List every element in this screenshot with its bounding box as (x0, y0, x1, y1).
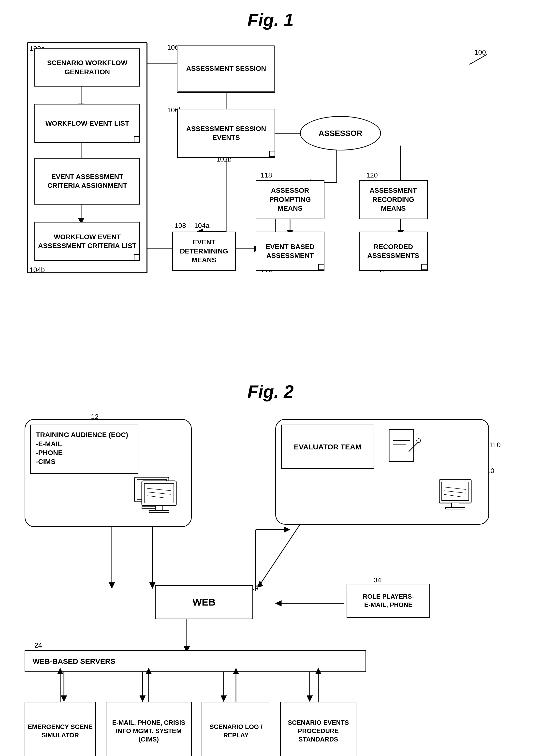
ref2-24: 24 (34, 641, 42, 649)
box-scenario-events: SCENARIO EVENTS PROCEDURE STANDARDS (280, 702, 356, 756)
svg-marker-49 (307, 695, 313, 702)
eval-computer-svg (432, 477, 481, 516)
computer-svg (132, 477, 181, 516)
svg-marker-37 (258, 581, 263, 587)
evaluator-computer-icon (432, 477, 481, 516)
svg-rect-78 (445, 507, 465, 509)
ref2-110: 110 (489, 441, 501, 449)
box-email-phone: E-MAIL, PHONE, CRISIS INFO MGMT. SYSTEM … (106, 702, 192, 756)
svg-rect-77 (451, 503, 459, 507)
fig1-title: Fig. 1 (247, 10, 293, 30)
box-scenario-log: SCENARIO LOG / REPLAY (202, 702, 270, 756)
ref-108: 108 (175, 222, 186, 230)
box-emergency-scene: EMERGENCY SCENE SIMULATOR (25, 702, 96, 756)
evaluator-writing-icon (382, 424, 426, 469)
box-evaluator-team: EVALUATOR TEAM (281, 424, 374, 469)
box-web-based-servers: WEB-BASED SERVERS (25, 650, 366, 672)
box-event-based-assessment: EVENT BASED ASSESSMENT (256, 232, 324, 271)
group-evaluator-team: EVALUATOR TEAM (275, 419, 489, 525)
box-assessor-prompting: ASSESSOR PROMPTING MEANS (256, 180, 324, 219)
svg-marker-45 (140, 695, 146, 702)
svg-marker-35 (150, 582, 155, 588)
ref-100: 100 (474, 48, 486, 56)
fig2-diagram: 12 12a 12b 14 20 10 110 24 26 28 30 32 3… (15, 406, 531, 756)
svg-rect-65 (149, 510, 169, 512)
fig2-title: Fig. 2 (247, 382, 293, 401)
fig1-diagram: 102a 100 106a 106b 110 108 116 122 102b … (15, 35, 531, 374)
box-role-players: ROLE PLAYERS- E-MAIL, PHONE (346, 584, 430, 618)
ref-104a: 104a (194, 222, 210, 230)
oval-assessor: ASSESSOR (300, 116, 381, 151)
box-assessment-session: ASSESSMENT SESSION (177, 45, 275, 93)
svg-marker-39 (275, 600, 281, 606)
box-assessment-session-events: ASSESSMENT SESSION EVENTS (177, 109, 275, 158)
box-web: WEB (155, 585, 253, 619)
box-assessment-recording: ASSESSMENT RECORDING MEANS (359, 180, 428, 219)
training-audience-computer-icon (130, 475, 184, 519)
box-event-determining: EVENT DETERMINING MEANS (172, 232, 236, 271)
svg-rect-66 (389, 429, 414, 461)
svg-marker-47 (221, 695, 227, 702)
box-workflow-event-assessment: WORKFLOW EVENT ASSESSMENT CRITERIA LIST (34, 222, 140, 261)
box-training-audience: TRAINING AUDIENCE (EOC) -E-MAIL -PHONE -… (30, 424, 138, 474)
ref-118: 118 (261, 171, 272, 179)
svg-marker-43 (61, 695, 67, 702)
box-event-assessment: EVENT ASSESSMENT CRITERIA ASSIGNMENT (34, 158, 140, 205)
group-training-audience: TRAINING AUDIENCE (EOC) -E-MAIL -PHONE -… (25, 419, 192, 527)
training-audience-title: TRAINING AUDIENCE (EOC) -E-MAIL -PHONE -… (36, 430, 128, 466)
box-workflow-event-list: WORKFLOW EVENT LIST (34, 104, 140, 143)
ref2-34: 34 (374, 576, 381, 584)
svg-marker-52 (284, 527, 290, 532)
writing-svg (384, 427, 423, 466)
box-recorded-assessments: RECORDED ASSESSMENTS (359, 232, 428, 271)
svg-marker-33 (109, 582, 115, 588)
svg-rect-72 (439, 480, 471, 503)
svg-rect-64 (155, 505, 163, 510)
box-scenario-workflow: SCENARIO WORKFLOW GENERATION (34, 48, 140, 87)
ref-120: 120 (366, 171, 378, 179)
page: Fig. 1 (0, 0, 541, 756)
